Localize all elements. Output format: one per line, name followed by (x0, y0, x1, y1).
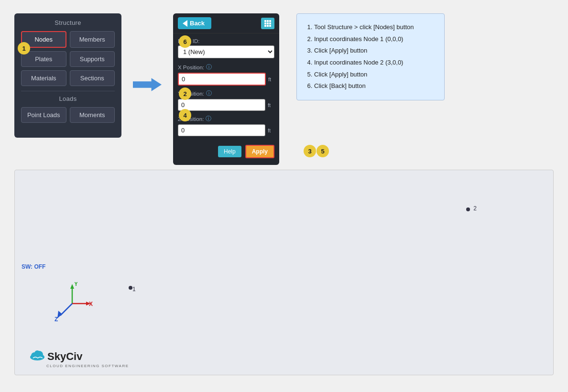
x-position-input[interactable] (178, 73, 266, 86)
node-id-select[interactable]: 1 (New) (178, 45, 274, 58)
svg-rect-6 (269, 22, 271, 24)
x-position-label: X Position: ⓘ (178, 63, 274, 71)
form-body: Node ID: 1 (New) X Position: ⓘ ft Y Posi… (173, 33, 279, 136)
x-info-icon[interactable]: ⓘ (206, 63, 212, 71)
svg-rect-9 (269, 25, 271, 27)
svg-rect-2 (267, 20, 269, 22)
y-position-label: Y Position: ⓘ (178, 89, 274, 98)
instruction-3: Click [Apply] button (314, 45, 436, 57)
moments-button[interactable]: Moments (70, 107, 115, 123)
step-badge-1: 1 (18, 42, 30, 54)
z-position-row: ft (178, 124, 274, 136)
skyciv-sub: CLOUD ENGINEERING SOFTWARE (46, 364, 129, 368)
viewport: SW: OFF 1 2 Y X Z (14, 170, 554, 375)
z-position-label: Z Position: ⓘ (178, 115, 274, 123)
step-badge-5: 5 (317, 145, 329, 157)
apply-button[interactable]: Apply (245, 145, 274, 158)
instruction-2: Input coordinates Node 1 (0,0,0) (314, 33, 436, 45)
y-info-icon[interactable]: ⓘ (206, 89, 212, 98)
svg-rect-8 (267, 25, 269, 27)
z-position-input[interactable] (178, 124, 265, 136)
step-badge-3: 3 (304, 145, 316, 157)
svg-rect-4 (264, 22, 266, 24)
svg-point-22 (34, 350, 40, 356)
svg-text:X: X (89, 301, 93, 307)
structure-title: Structure (21, 19, 115, 26)
form-header: Back (173, 13, 279, 33)
point-loads-button[interactable]: Point Loads (21, 107, 66, 123)
step-badge-6: 6 (179, 35, 191, 48)
panel-divider (21, 91, 115, 91)
instruction-1: Tool Structure > click [Nodes] button (314, 22, 436, 33)
svg-marker-11 (70, 284, 74, 289)
svg-rect-1 (264, 20, 266, 22)
grid-icon[interactable] (261, 18, 274, 29)
svg-marker-15 (57, 311, 62, 318)
svg-rect-5 (267, 22, 269, 24)
x-position-row: ft (178, 73, 274, 86)
members-button[interactable]: Members (70, 31, 115, 48)
structure-btn-grid: Nodes Members Plates Supports Materials … (21, 31, 115, 86)
materials-button[interactable]: Materials (21, 70, 66, 86)
node-1-label: 1 (132, 286, 136, 293)
instructions-list: Tool Structure > click [Nodes] button In… (306, 22, 436, 92)
node-2-label: 2 (473, 205, 477, 212)
sw-off-label: SW: OFF (22, 263, 45, 270)
form-footer: Help Apply (173, 140, 279, 158)
supports-button[interactable]: Supports (70, 51, 115, 67)
back-button[interactable]: Back (178, 17, 211, 29)
loads-btn-grid: Point Loads Moments (21, 107, 115, 123)
instruction-5: Click [Apply] button (314, 69, 436, 81)
instructions-box: Tool Structure > click [Nodes] button In… (296, 13, 445, 100)
node-id-label: Node ID: (178, 38, 274, 44)
z-unit: ft (268, 128, 274, 133)
help-button[interactable]: Help (218, 146, 241, 157)
loads-title: Loads (21, 95, 115, 102)
svg-marker-0 (133, 78, 162, 91)
instruction-4: Input coordinates Node 2 (3,0,0) (314, 57, 436, 69)
skyciv-logo-text: SkyCiv (29, 349, 82, 364)
svg-text:Z: Z (55, 316, 58, 323)
back-label: Back (190, 20, 205, 27)
arrow-right (133, 76, 162, 93)
sections-button[interactable]: Sections (70, 70, 115, 86)
svg-line-14 (60, 304, 72, 316)
cloud-icon (29, 349, 45, 364)
svg-text:Y: Y (74, 282, 78, 287)
y-position-input[interactable] (178, 99, 265, 111)
svg-rect-7 (264, 25, 266, 27)
y-unit: ft (268, 102, 274, 108)
back-arrow-icon (183, 20, 187, 27)
step-badge-4: 4 (179, 109, 191, 121)
svg-rect-3 (269, 20, 271, 22)
x-unit: ft (268, 76, 275, 82)
node-1-dot (129, 286, 132, 290)
structure-panel: Structure Nodes Members Plates Supports … (14, 13, 121, 138)
step-badge-2: 2 (179, 87, 191, 100)
z-info-icon[interactable]: ⓘ (206, 115, 211, 123)
plates-button[interactable]: Plates (21, 51, 66, 67)
instruction-6: Click [Back] button (314, 80, 436, 92)
skyciv-logo: SkyCiv CLOUD ENGINEERING SOFTWARE (29, 349, 129, 368)
node-2-dot (466, 207, 470, 211)
axis-indicator: Y X Z (51, 282, 94, 327)
y-position-row: ft (178, 99, 274, 111)
skyciv-name: SkyCiv (47, 350, 82, 363)
